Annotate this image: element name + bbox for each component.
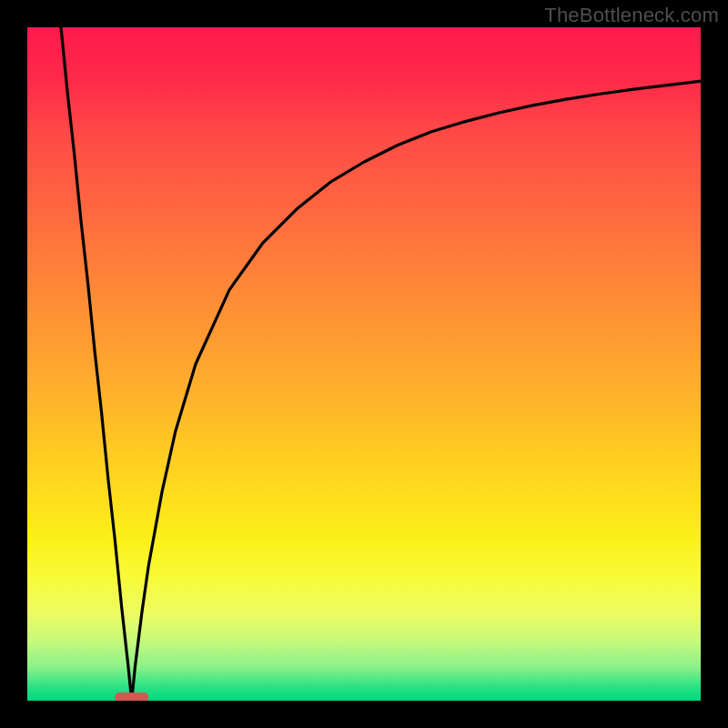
- chart-frame: TheBottleneck.com: [0, 0, 728, 728]
- bottleneck-curve: [61, 27, 701, 701]
- optimal-marker: [115, 693, 148, 701]
- watermark-text: TheBottleneck.com: [544, 4, 719, 27]
- plot-area: [27, 27, 701, 701]
- curve-svg: [27, 27, 701, 701]
